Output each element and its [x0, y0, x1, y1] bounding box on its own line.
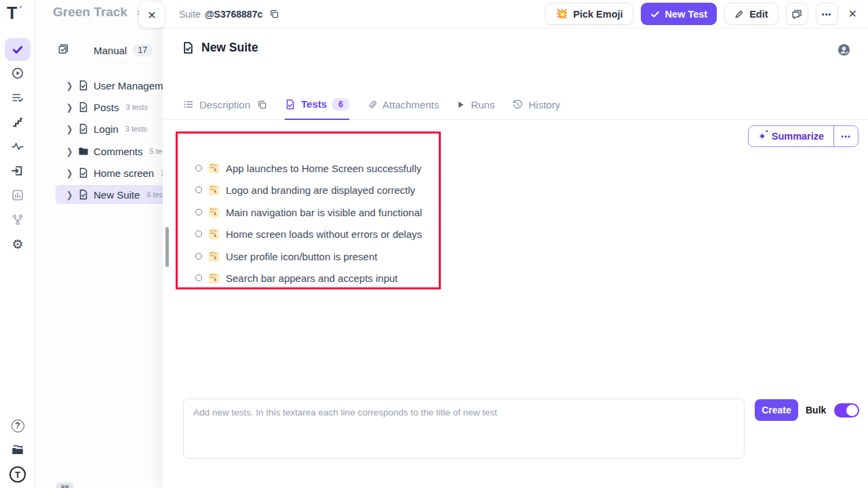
shortcut-badge: 88 — [56, 483, 74, 488]
test-title: App launches to Home Screen successfully — [226, 163, 421, 174]
add-tests-textarea[interactable] — [183, 399, 745, 459]
tab-runs[interactable]: Runs — [456, 89, 494, 120]
collapse-panel-button[interactable]: ✕ — [139, 2, 165, 28]
play-icon — [456, 100, 465, 109]
tests-count-badge: 6 — [332, 98, 349, 110]
project-title[interactable]: Green Track › — [53, 5, 140, 20]
tab-history-label: History — [528, 99, 560, 110]
tab-manual[interactable]: Manual 17 — [94, 44, 153, 56]
rail-import-button[interactable] — [5, 159, 31, 182]
more-actions-button[interactable]: ••• — [816, 3, 838, 25]
tree-scrollbar-thumb[interactable] — [165, 227, 169, 267]
boom-emoji-icon: 💥 — [555, 8, 568, 20]
project-title-text: Green Track — [53, 5, 127, 20]
test-row[interactable]: User profile icon/button is present — [195, 247, 377, 266]
close-icon: ✕ — [147, 9, 156, 22]
testomat-badge-icon: T — [9, 466, 26, 483]
tab-tests[interactable]: Tests 6 — [285, 89, 349, 120]
test-status-circle[interactable] — [195, 165, 202, 171]
bar-chart-icon — [12, 189, 24, 201]
suite-heading: New Suite — [182, 41, 258, 55]
pick-emoji-label: Pick Emoji — [573, 9, 623, 20]
rail-milestones-button[interactable] — [5, 110, 31, 134]
tab-history[interactable]: History — [512, 89, 560, 120]
sparkles-icon: ✦✦ — [758, 131, 766, 142]
tree-item-user-management[interactable]: ❯ User Management — [56, 76, 166, 95]
test-title: Home screen loads without errors or dela… — [226, 228, 422, 240]
tab-description-label: Description — [199, 99, 250, 110]
rail-branches-button[interactable] — [5, 208, 31, 231]
copy-icon — [257, 100, 267, 110]
rail-account-button[interactable]: T — [5, 463, 31, 486]
test-emoji-icon — [208, 184, 220, 196]
test-row[interactable]: Logo and branding are displayed correctl… — [195, 180, 415, 199]
comments-button[interactable] — [786, 3, 808, 25]
test-title: Search bar appears and accepts input — [226, 272, 398, 284]
tab-attachments[interactable]: Attachments — [367, 89, 439, 120]
test-emoji-icon — [208, 272, 220, 284]
summarize-more-button[interactable]: ••• — [833, 126, 858, 146]
summarize-label: Summarize — [772, 131, 824, 142]
tree-item-comments[interactable]: ❯ Comments 5 tests — [56, 142, 166, 161]
tree-item-new-suite[interactable]: ❯ New Suite 6 tests — [56, 185, 166, 204]
tree-item-label: New Suite — [94, 189, 140, 201]
tree-item-home-screen[interactable]: ❯ Home screen 3 tests — [56, 163, 166, 182]
test-status-circle[interactable] — [195, 253, 202, 260]
create-button[interactable]: Create — [755, 399, 798, 421]
copy-description-button[interactable] — [257, 100, 267, 110]
new-test-label: New Test — [665, 9, 708, 20]
test-row[interactable]: Search bar appears and accepts input — [195, 268, 398, 287]
tree-item-count: 3 tests — [126, 103, 148, 111]
test-status-circle[interactable] — [195, 274, 202, 281]
project-tree-panel: Green Track › Manual 17 Automated ❯ User… — [35, 0, 166, 488]
new-test-button[interactable]: New Test — [641, 3, 717, 25]
steps-icon — [12, 116, 24, 128]
test-status-circle[interactable] — [195, 230, 202, 237]
test-title: Logo and branding are displayed correctl… — [226, 184, 415, 196]
tree-item-label: Comments — [94, 146, 143, 157]
tab-manual-count-badge: 17 — [132, 44, 153, 56]
import-icon — [12, 165, 24, 177]
pick-emoji-button[interactable]: 💥 Pick Emoji — [545, 3, 633, 25]
edit-label: Edit — [749, 9, 768, 20]
gear-icon: ⚙ — [12, 237, 23, 252]
tab-description[interactable]: Description — [183, 89, 267, 120]
test-title: User profile icon/button is present — [226, 251, 377, 262]
bulk-toggle[interactable] — [834, 403, 859, 418]
tests-doc-icon — [285, 99, 296, 110]
folder-icon — [78, 146, 89, 157]
edit-button[interactable]: Edit — [724, 3, 778, 25]
tab-manual-label: Manual — [94, 45, 127, 56]
entity-type-label: Suite — [179, 9, 201, 20]
tree-item-posts[interactable]: ❯ Posts 3 tests — [56, 98, 166, 117]
rail-tests-button[interactable] — [5, 38, 31, 61]
rail-analytics-button[interactable] — [5, 184, 31, 207]
assignee-avatar[interactable] — [837, 43, 850, 59]
test-status-circle[interactable] — [195, 186, 202, 193]
rail-pulse-button[interactable] — [5, 135, 31, 158]
tree-item-label: Posts — [94, 102, 119, 113]
tab-tests-label: Tests — [301, 98, 327, 110]
tree-item-label: User Management — [94, 80, 166, 92]
close-detail-button[interactable]: ✕ — [848, 7, 857, 20]
rail-projects-button[interactable] — [5, 439, 31, 462]
rail-runs-button[interactable] — [5, 62, 31, 85]
test-status-circle[interactable] — [195, 209, 202, 216]
side-tab-bar: Manual 17 Automated — [35, 37, 166, 64]
test-row[interactable]: App launches to Home Screen successfully — [195, 159, 421, 178]
rail-settings-button[interactable]: ⚙ — [5, 232, 31, 256]
paperclip-icon — [367, 99, 377, 110]
suite-detail-panel: Suite @S3768887c 💥 Pick Emoji New Test — [163, 0, 868, 488]
app-logo[interactable]: T ' — [7, 4, 27, 23]
copy-icon — [269, 9, 279, 19]
summarize-button[interactable]: ✦✦ Summarize — [749, 126, 833, 146]
rail-plans-button[interactable] — [5, 86, 31, 109]
rail-help-button[interactable]: ? — [5, 414, 31, 437]
chevron-expand-icon: ❯ — [66, 80, 73, 91]
test-row[interactable]: Main navigation bar is visible and funct… — [195, 203, 422, 222]
tree-item-count: 3 tests — [125, 125, 147, 133]
tree-item-login[interactable]: ❯ Login 3 tests — [56, 119, 166, 138]
test-row[interactable]: Home screen loads without errors or dela… — [195, 224, 422, 243]
copy-suite-id-button[interactable] — [269, 9, 279, 19]
select-all-icon[interactable] — [58, 43, 69, 58]
